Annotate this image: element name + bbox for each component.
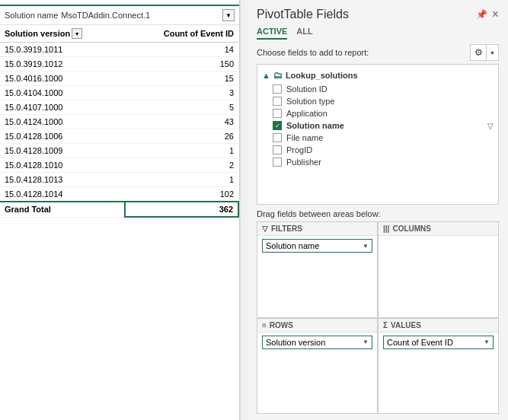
table-row: 15.0.4128.1010 2: [0, 158, 238, 173]
count-cell: 2: [125, 158, 238, 173]
rows-header: ≡ ROWS: [257, 319, 377, 332]
table-row: 15.0.4107.1000 5: [0, 100, 238, 115]
rows-content: Solution version ▼: [257, 332, 377, 414]
version-filter-dropdown[interactable]: ▼: [72, 28, 82, 39]
version-cell: 15.0.3919.1011: [0, 43, 125, 57]
fields-list: ▲ 🗂 Lookup_solutions Solution IDSolution…: [257, 65, 498, 171]
count-cell: 15: [125, 72, 238, 86]
count-cell: 150: [125, 57, 238, 72]
pf-header: PivotTable Fields 📌 ×: [248, 0, 508, 21]
pivot-filter-row: Solution name MsoTDAddin.Connect.1 ▼: [0, 6, 239, 25]
excel-tab-bar: [0, 0, 239, 6]
filters-field-pill[interactable]: Solution name ▼: [262, 239, 372, 253]
pivot-table-panel: Solution name MsoTDAddin.Connect.1 ▼ Sol…: [0, 0, 240, 420]
values-field-pill[interactable]: Count of Event ID ▼: [383, 336, 494, 349]
field-item-0[interactable]: Solution ID: [257, 83, 498, 95]
field-group-header[interactable]: ▲ 🗂 Lookup_solutions: [257, 68, 498, 83]
field-checkbox-2[interactable]: [273, 109, 282, 118]
values-field-label: Count of Event ID: [387, 338, 481, 347]
drag-area-rows: ≡ ROWS Solution version ▼: [257, 318, 378, 415]
pf-subtitle-row: Choose fields to add to report: ⚙ ▼: [248, 40, 508, 64]
field-checkbox-3[interactable]: [273, 121, 282, 130]
table-row: 15.0.3919.1011 14: [0, 43, 238, 57]
version-cell: 15.0.4128.1010: [0, 158, 125, 173]
count-col-header: Count of Event ID: [125, 25, 238, 43]
field-label-2: Application: [286, 109, 327, 118]
table-row: 15.0.4128.1009 1: [0, 144, 238, 158]
pf-close-btn[interactable]: ×: [492, 8, 499, 21]
version-cell: 15.0.4124.1000: [0, 115, 125, 129]
tab-active[interactable]: ACTIVE: [257, 24, 287, 40]
scrollbar[interactable]: [240, 0, 248, 420]
pf-gear-arrow[interactable]: ▼: [487, 44, 499, 61]
group-table-icon: 🗂: [273, 70, 283, 81]
filter-dropdown-btn[interactable]: ▼: [222, 9, 235, 21]
version-cell: 15.0.4104.1000: [0, 86, 125, 100]
field-checkbox-4[interactable]: [273, 133, 282, 142]
table-row: 15.0.4128.1014 102: [0, 187, 238, 202]
count-cell: 5: [125, 100, 238, 115]
columns-icon: |||: [383, 224, 389, 233]
field-filter-icon: ▽: [487, 122, 494, 130]
drag-area-filters: ▽ FILTERS Solution name ▼: [257, 221, 378, 318]
pivot-fields-panel: PivotTable Fields 📌 × ACTIVE ALL Choose …: [248, 0, 508, 420]
version-cell: 15.0.4128.1014: [0, 187, 125, 202]
count-cell: 3: [125, 86, 238, 100]
version-cell: 15.0.4016.1000: [0, 72, 125, 86]
grand-total-label: Grand Total: [0, 202, 125, 217]
values-icon: Σ: [383, 321, 388, 329]
field-item-6[interactable]: Publisher: [257, 156, 498, 168]
drag-area-columns: ||| COLUMNS: [378, 221, 499, 318]
group-expand-icon: ▲: [262, 71, 270, 80]
tab-all[interactable]: ALL: [296, 24, 312, 40]
values-header: Σ VALUES: [379, 319, 498, 332]
field-checkbox-6[interactable]: [273, 158, 282, 167]
field-checkbox-1[interactable]: [273, 97, 282, 106]
filters-field-label: Solution name: [266, 241, 359, 250]
table-row: 15.0.4124.1000 43: [0, 115, 238, 129]
rows-field-pill[interactable]: Solution version ▼: [262, 336, 372, 349]
drag-areas: ▽ FILTERS Solution name ▼ ||| COLUMNS ≡ …: [257, 221, 499, 414]
fields-list-container: ▲ 🗂 Lookup_solutions Solution IDSolution…: [257, 64, 499, 205]
data-table: Solution version ▼ Count of Event ID 15.…: [0, 25, 239, 218]
version-cell: 15.0.4128.1006: [0, 129, 125, 144]
filters-icon: ▽: [262, 224, 268, 233]
count-cell: 14: [125, 43, 238, 57]
pf-gear-group: ⚙ ▼: [470, 44, 499, 61]
rows-label: ROWS: [270, 321, 293, 329]
table-row: 15.0.4128.1013 1: [0, 173, 238, 187]
pin-icon[interactable]: 📌: [476, 9, 487, 20]
count-cell: 102: [125, 187, 238, 202]
field-item-3[interactable]: Solution name▽: [257, 119, 498, 132]
field-item-5[interactable]: ProgID: [257, 144, 498, 156]
field-checkbox-0[interactable]: [273, 84, 282, 94]
filters-header: ▽ FILTERS: [257, 222, 377, 236]
table-row: 15.0.4128.1006 26: [0, 129, 238, 144]
filter-value: MsoTDAddin.Connect.1: [61, 11, 219, 20]
field-label-3: Solution name: [286, 121, 344, 130]
field-item-2[interactable]: Application: [257, 107, 498, 119]
fields-items: Solution IDSolution typeApplicationSolut…: [257, 83, 498, 168]
filters-pill-arrow: ▼: [363, 243, 369, 250]
table-row: 15.0.4104.1000 3: [0, 86, 238, 100]
field-item-1[interactable]: Solution type: [257, 95, 498, 107]
group-name: Lookup_solutions: [286, 71, 358, 80]
pf-title: PivotTable Fields: [257, 8, 349, 21]
columns-header: ||| COLUMNS: [379, 222, 498, 236]
pf-gear-btn[interactable]: ⚙: [470, 44, 487, 61]
grand-total-count: 362: [125, 202, 238, 217]
field-checkbox-5[interactable]: [273, 145, 282, 154]
field-item-4[interactable]: File name: [257, 132, 498, 144]
count-cell: 26: [125, 129, 238, 144]
filters-content: Solution name ▼: [257, 236, 377, 317]
rows-pill-arrow: ▼: [363, 339, 369, 345]
version-cell: 15.0.4128.1013: [0, 173, 125, 187]
count-cell: 1: [125, 144, 238, 158]
drag-label: Drag fields between areas below:: [248, 205, 508, 221]
drag-area-values: Σ VALUES Count of Event ID ▼: [378, 318, 499, 415]
field-label-1: Solution type: [286, 97, 335, 106]
version-cell: 15.0.3919.1012: [0, 57, 125, 72]
columns-label: COLUMNS: [392, 224, 431, 233]
count-cell: 1: [125, 173, 238, 187]
grand-total-row: Grand Total 362: [0, 202, 238, 217]
